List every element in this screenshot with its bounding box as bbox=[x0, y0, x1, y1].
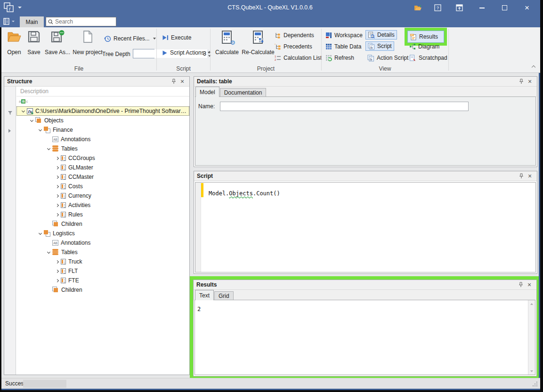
save-as-button[interactable]: Save As... bbox=[44, 29, 71, 56]
expander-right-icon[interactable] bbox=[53, 214, 61, 216]
vertical-scrollbar[interactable] bbox=[528, 300, 535, 375]
close-panel-button[interactable]: × bbox=[526, 77, 534, 86]
tree-item-children[interactable]: Children bbox=[16, 285, 189, 295]
calculation-list-button[interactable]: 12 Calculation List bbox=[273, 53, 324, 63]
expander-right-icon[interactable] bbox=[53, 270, 61, 272]
tree-item-ccmaster[interactable]: CCMaster bbox=[16, 172, 189, 182]
expander-down-icon[interactable] bbox=[36, 233, 44, 234]
expander-down-icon[interactable] bbox=[28, 120, 35, 121]
close-panel-button[interactable]: × bbox=[526, 172, 534, 180]
tab-model[interactable]: Model bbox=[195, 87, 219, 97]
tree-item-truck[interactable]: Truck bbox=[16, 257, 189, 266]
expander-down-icon[interactable] bbox=[45, 148, 52, 150]
ribbon-tab-row: Main bbox=[0, 16, 540, 27]
column-header-description[interactable]: Description bbox=[16, 87, 189, 96]
application-window: f CTS.QubeXL - QubeXL V1.0.0.6 ? × Main bbox=[0, 0, 543, 392]
action-script-button[interactable]: fx Action Script bbox=[365, 53, 410, 63]
details-panel-header[interactable]: Details: table × bbox=[194, 77, 537, 87]
tree-item-objects[interactable]: Objects bbox=[16, 116, 189, 125]
scroll-up-button[interactable] bbox=[528, 300, 535, 307]
tree-item-logistics[interactable]: Logistics bbox=[16, 229, 189, 238]
script-editor[interactable]: Model.Objects.Count() bbox=[195, 182, 536, 272]
open-button[interactable]: Open bbox=[4, 29, 24, 56]
expander-right-icon[interactable] bbox=[53, 167, 61, 169]
tab-main[interactable]: Main bbox=[20, 16, 44, 27]
expander-down-icon[interactable] bbox=[19, 111, 27, 112]
diagram-button[interactable]: Diagram bbox=[407, 42, 441, 51]
tree-item-annotations[interactable]: ABAnnotations bbox=[16, 238, 189, 248]
resize-grip[interactable] bbox=[532, 381, 538, 387]
collapse-ribbon-button[interactable] bbox=[531, 65, 536, 70]
tree-item-tables[interactable]: Tables bbox=[16, 144, 189, 153]
save-button[interactable]: Save bbox=[25, 29, 43, 56]
expander-right-icon[interactable] bbox=[53, 157, 61, 160]
tree-item-fte[interactable]: FTE bbox=[16, 276, 189, 285]
filter-funnel-icon[interactable] bbox=[8, 109, 13, 117]
structure-panel-header[interactable]: Structure × bbox=[4, 77, 189, 87]
tree-depth-stepper[interactable] bbox=[133, 49, 154, 58]
recent-files-button[interactable]: Recent Files... bbox=[102, 34, 158, 43]
tree-item-currency[interactable]: Currency bbox=[16, 191, 189, 200]
execute-button[interactable]: Execute bbox=[160, 33, 193, 42]
pin-panel-button[interactable] bbox=[170, 77, 178, 86]
expander-right-icon[interactable] bbox=[53, 195, 61, 197]
tree-item-c-users-markdiamond-onedrive-primethough[interactable]: C:\Users\MarkDiamond\OneDrive - PrimeTho… bbox=[16, 106, 189, 116]
name-input[interactable] bbox=[220, 102, 469, 111]
tab-grid[interactable]: Grid bbox=[214, 291, 234, 300]
quick-access-menu-button[interactable] bbox=[3, 16, 17, 26]
script-view-button[interactable]: fx Script bbox=[365, 41, 394, 51]
tree-item-activities[interactable]: Activities bbox=[16, 200, 189, 210]
expander-right-icon[interactable] bbox=[53, 261, 61, 263]
tree-item-finance[interactable]: Finance bbox=[16, 125, 189, 135]
results-view-button[interactable]: ab Results bbox=[407, 31, 444, 43]
new-project-button[interactable]: New project bbox=[72, 29, 103, 56]
results-panel-header[interactable]: Results × bbox=[194, 280, 536, 290]
close-panel-button[interactable]: × bbox=[525, 280, 534, 289]
tab-documentation[interactable]: Documentation bbox=[220, 88, 267, 97]
pin-panel-button[interactable] bbox=[517, 77, 526, 86]
maximize-button[interactable] bbox=[497, 0, 511, 16]
expander-right-icon[interactable] bbox=[53, 185, 61, 188]
tree-item-annotations[interactable]: ABAnnotations bbox=[16, 135, 189, 144]
tab-text[interactable]: Text bbox=[195, 290, 214, 300]
tree-item-rules[interactable]: Rules bbox=[16, 210, 189, 219]
table-icon bbox=[61, 155, 66, 161]
tree-item-ccgroups[interactable]: CCGroups bbox=[16, 153, 189, 163]
pin-panel-button[interactable] bbox=[517, 280, 525, 289]
auto-filter-row[interactable]: aBc bbox=[16, 96, 189, 106]
expander-right-icon[interactable] bbox=[53, 280, 61, 282]
tree-item-children[interactable]: Children bbox=[16, 219, 189, 229]
tree-item-glmaster[interactable]: GLMaster bbox=[16, 163, 189, 172]
scroll-down-button[interactable] bbox=[528, 368, 535, 375]
help-button[interactable]: ? bbox=[430, 0, 445, 16]
tree-item-costs[interactable]: Costs bbox=[16, 182, 189, 191]
search-box[interactable] bbox=[46, 17, 116, 26]
expander-down-icon[interactable] bbox=[45, 252, 52, 253]
calculate-button[interactable]: ⚙ Calculate bbox=[213, 29, 241, 56]
script-panel-header[interactable]: Script × bbox=[194, 171, 537, 181]
precedents-button[interactable]: * Precedents bbox=[273, 42, 314, 51]
table-data-button[interactable]: Table Data bbox=[324, 42, 363, 51]
details-view-button[interactable]: Details bbox=[365, 30, 397, 40]
workspace-button[interactable]: Workspace bbox=[324, 31, 371, 40]
expander-down-icon[interactable] bbox=[36, 129, 44, 131]
script-actions-button[interactable]: Script Actions bbox=[160, 48, 212, 57]
dependents-button[interactable]: Dependents bbox=[273, 31, 316, 40]
tree-item-flt[interactable]: FLT bbox=[16, 266, 189, 276]
scratchpad-button[interactable]: Scratchpad bbox=[407, 53, 449, 63]
expander-right-icon[interactable] bbox=[53, 176, 61, 178]
expander-right-icon[interactable] bbox=[53, 204, 61, 207]
tree-item-tables[interactable]: Tables bbox=[16, 248, 189, 257]
structure-grid: Description aBc C:\Users\MarkDiamond\One… bbox=[4, 87, 189, 375]
recalculate-button[interactable]: Re-Calculate bbox=[241, 29, 276, 56]
objects-group-icon bbox=[35, 117, 42, 124]
svg-text:*: * bbox=[275, 43, 276, 46]
open-file-titlebar-button[interactable] bbox=[411, 0, 425, 16]
search-input[interactable] bbox=[55, 18, 107, 25]
ribbon-display-options-button[interactable] bbox=[452, 0, 466, 16]
pin-panel-button[interactable] bbox=[517, 172, 526, 180]
minimize-button[interactable] bbox=[475, 0, 489, 16]
close-window-button[interactable]: × bbox=[520, 0, 534, 16]
refresh-button[interactable]: Refresh bbox=[324, 53, 356, 63]
close-panel-button[interactable]: × bbox=[178, 77, 186, 86]
